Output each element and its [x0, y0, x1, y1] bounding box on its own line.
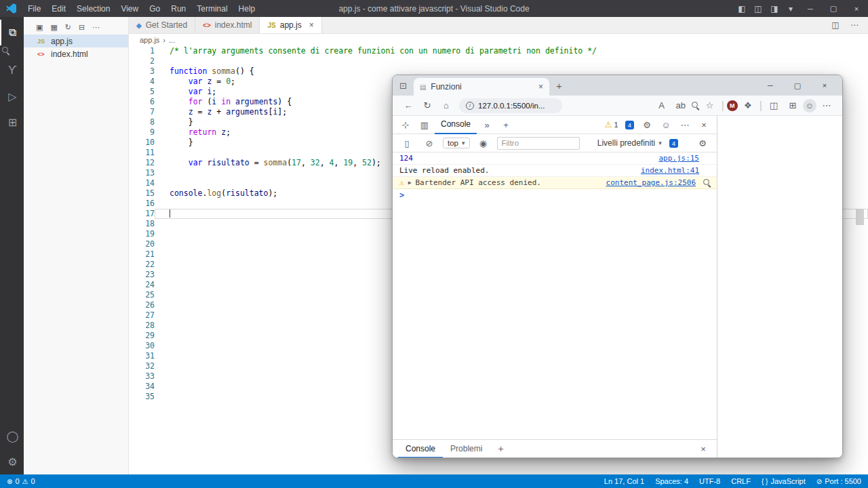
- inspect-icon[interactable]: ⊹: [397, 120, 414, 130]
- editor-more-icon[interactable]: ⋯: [846, 20, 863, 30]
- devtools-more-icon[interactable]: ⋯: [676, 120, 694, 130]
- home-icon[interactable]: ⌂: [437, 100, 455, 110]
- maximize-button[interactable]: ▢: [822, 0, 845, 17]
- warning-count-badge[interactable]: ⚠ 1: [602, 120, 621, 129]
- browser-close-button[interactable]: ×: [811, 81, 838, 89]
- run-debug-icon[interactable]: ▷: [0, 83, 24, 109]
- tab-index.html[interactable]: <>index.html: [195, 17, 260, 33]
- console-sidebar-icon[interactable]: ▯: [398, 138, 416, 148]
- menu-selection[interactable]: Selection: [71, 4, 115, 14]
- tab-app.js[interactable]: JSapp.js×: [260, 17, 321, 33]
- breadcrumb-more[interactable]: ...: [169, 36, 175, 44]
- split-screen-icon[interactable]: ◫: [765, 100, 783, 110]
- back-icon[interactable]: ←: [399, 100, 417, 110]
- console-settings-icon[interactable]: ⚙: [694, 138, 711, 148]
- console-prompt[interactable]: >: [393, 189, 717, 201]
- layout-panel-icon[interactable]: ◫: [750, 4, 766, 14]
- menu-run[interactable]: Run: [165, 4, 191, 14]
- console-source-link[interactable]: content_page.js:2506: [606, 178, 696, 187]
- problems-indicator[interactable]: ⊗ 0 ⚠ 0: [7, 477, 35, 485]
- more-icon[interactable]: ⋯: [92, 23, 100, 32]
- clear-console-icon[interactable]: ⊘: [420, 138, 438, 148]
- file-app.js[interactable]: JSapp.js: [24, 35, 128, 47]
- layout-sidebar-icon[interactable]: ◧: [734, 4, 750, 14]
- breadcrumb[interactable]: app.js › ...: [129, 34, 868, 46]
- new-folder-icon[interactable]: ▦: [50, 23, 57, 32]
- settings-icon[interactable]: ⚙: [0, 449, 24, 474]
- console-filter-input[interactable]: [497, 137, 580, 150]
- device-toolbar-icon[interactable]: ▥: [416, 120, 433, 130]
- site-info-icon[interactable]: i: [466, 102, 474, 110]
- status-ln-17-col-1[interactable]: Ln 17, Col 1: [604, 477, 644, 485]
- browser-extensions-icon[interactable]: ❖: [739, 100, 757, 110]
- expand-icon[interactable]: ▶: [408, 180, 412, 186]
- status-utf-8[interactable]: UTF-8: [699, 477, 720, 485]
- collapse-all-icon[interactable]: ⊟: [79, 23, 85, 32]
- drawer-tab-console[interactable]: Console: [398, 440, 443, 458]
- collections-icon[interactable]: ⊞: [784, 100, 802, 110]
- menu-terminal[interactable]: Terminal: [191, 4, 233, 14]
- source-control-icon[interactable]: Ƴ: [0, 58, 24, 83]
- tab-close-icon[interactable]: ×: [309, 20, 314, 30]
- feedback-icon[interactable]: ☺: [657, 120, 675, 130]
- dots-icon[interactable]: ⋯: [818, 100, 835, 110]
- close-button[interactable]: ×: [845, 0, 868, 17]
- console-source-link[interactable]: index.html:41: [641, 166, 699, 175]
- split-editor-icon[interactable]: ◫: [827, 20, 844, 30]
- customize-layout-icon[interactable]: ▾: [783, 4, 799, 14]
- devtools-close-icon[interactable]: ×: [695, 120, 713, 130]
- tab-close-icon[interactable]: ×: [538, 82, 543, 92]
- menu-go[interactable]: Go: [144, 4, 165, 14]
- console-source-link[interactable]: app.js:15: [658, 154, 699, 163]
- devtools-settings-icon[interactable]: ⚙: [638, 120, 656, 130]
- explorer-icon[interactable]: ⧉: [0, 20, 24, 45]
- add-drawer-tab-icon[interactable]: +: [498, 443, 503, 454]
- tab-actions-icon[interactable]: ⊡: [399, 81, 407, 91]
- status-javascript[interactable]: { }JavaScript: [762, 477, 806, 485]
- refresh-icon[interactable]: ↻: [65, 23, 71, 32]
- minimize-button[interactable]: ─: [799, 0, 822, 17]
- tab-get-started[interactable]: ◆Get Started: [129, 17, 195, 33]
- reload-icon[interactable]: ↻: [418, 100, 436, 110]
- devtools-tab-console[interactable]: Console: [435, 116, 477, 134]
- account-icon[interactable]: ◯: [0, 423, 24, 449]
- zoom-icon[interactable]: [691, 101, 700, 110]
- add-panel-icon[interactable]: +: [497, 120, 515, 130]
- code-line-2[interactable]: 2: [129, 56, 868, 66]
- new-file-icon[interactable]: ▣: [36, 23, 43, 32]
- breadcrumb-file[interactable]: app.js: [140, 36, 159, 44]
- console-empty-area[interactable]: [393, 201, 717, 439]
- menu-edit[interactable]: Edit: [46, 4, 71, 14]
- status-port-5500[interactable]: ⊘Port : 5500: [816, 477, 861, 485]
- context-selector[interactable]: top ▾: [443, 138, 470, 148]
- new-tab-button[interactable]: +: [556, 80, 562, 92]
- log-levels-selector[interactable]: Livelli predefiniti ▾: [597, 138, 662, 148]
- favorite-icon[interactable]: ☆: [701, 100, 719, 110]
- search-icon[interactable]: [703, 178, 711, 187]
- menu-file[interactable]: File: [22, 4, 46, 14]
- drawer-tab-problemi[interactable]: Problemi: [443, 440, 490, 458]
- close-drawer-icon[interactable]: ×: [695, 444, 711, 454]
- browser-maximize-button[interactable]: ▢: [784, 81, 811, 90]
- code-line-1[interactable]: 1/* l'array arguments consente di creare…: [129, 46, 868, 56]
- browser-tab-funzioni[interactable]: ▤ Funzioni ×: [414, 78, 549, 96]
- file-index.html[interactable]: <>index.html: [24, 47, 128, 60]
- menu-view[interactable]: View: [115, 4, 144, 14]
- read-aloud-icon[interactable]: ab: [672, 100, 690, 110]
- live-expression-icon[interactable]: ◉: [475, 138, 492, 148]
- extensions-icon[interactable]: ⊞: [0, 109, 24, 135]
- editor-scrollbar[interactable]: [856, 209, 864, 225]
- page-content[interactable]: [717, 116, 842, 458]
- more-tabs-icon[interactable]: »: [478, 120, 496, 130]
- font-size-icon[interactable]: A: [653, 100, 671, 110]
- browser-minimize-button[interactable]: ─: [757, 81, 784, 89]
- avatar-icon[interactable]: ☺: [803, 99, 816, 113]
- search-icon[interactable]: [0, 46, 9, 55]
- status-spaces-4[interactable]: Spaces: 4: [655, 477, 688, 485]
- status-crlf[interactable]: CRLF: [731, 477, 751, 485]
- mcafee-icon[interactable]: M: [727, 100, 738, 111]
- layout-secondary-icon[interactable]: ◨: [766, 4, 783, 14]
- address-bar[interactable]: i 127.0.0.1:5500/in...: [459, 98, 562, 113]
- menu-help[interactable]: Help: [233, 4, 261, 14]
- message-count-badge[interactable]: 4: [625, 121, 634, 129]
